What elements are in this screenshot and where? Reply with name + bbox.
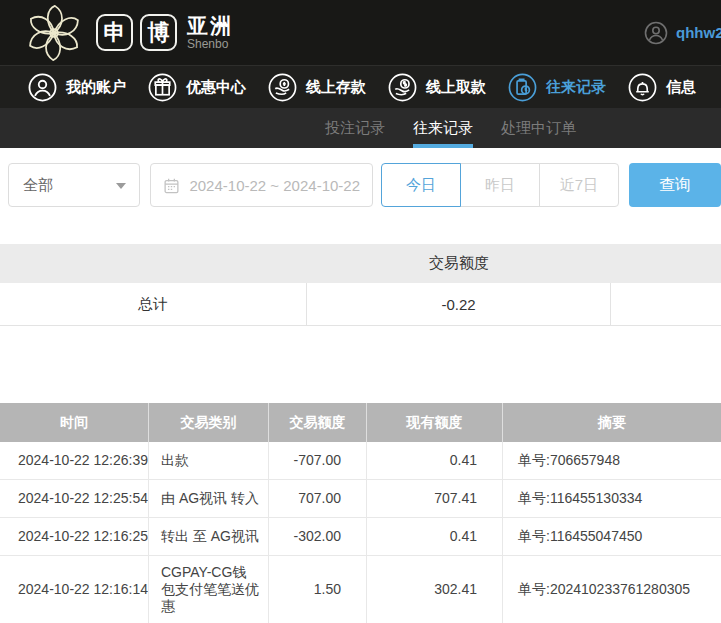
cell-note: 单号:116455047450 — [502, 518, 721, 555]
summary-total-value: -0.22 — [307, 283, 611, 325]
logo-region-text: 亚洲 — [187, 15, 233, 37]
col-header-balance: 现有额度 — [366, 403, 502, 442]
user-account-button[interactable]: qhhw2 — [644, 0, 721, 65]
col-header-amount: 交易额度 — [268, 403, 366, 442]
top-header: 申 博 亚洲 Shenbo qhhw2 — [0, 0, 721, 65]
nav-item-my-account[interactable]: 我的账户 — [28, 73, 126, 102]
withdraw-hand-icon — [388, 73, 417, 102]
cell-amount: 1.50 — [268, 556, 366, 623]
summary-header-label: 交易额度 — [307, 254, 611, 273]
summary-total-label: 总计 — [0, 283, 307, 325]
filter-bar: 全部 2024-10-22 ~ 2024-10-22 今日 昨日 近7日 查询 — [0, 148, 721, 208]
col-header-time: 时间 — [0, 403, 148, 442]
summary-table: 交易额度 总计 -0.22 — [0, 244, 721, 326]
brand-logo: 申 博 亚洲 Shenbo — [26, 5, 233, 61]
logo-brand-en: Shenbo — [187, 37, 233, 51]
summary-header-row: 交易额度 — [0, 244, 721, 283]
cell-time: 2024-10-22 12:26:39 — [0, 442, 148, 479]
table-row: 2024-10-22 12:26:39 出款 -707.00 0.41 单号:7… — [0, 442, 721, 480]
table-row: 2024-10-22 12:16:25 转出 至 AG视讯 -302.00 0.… — [0, 518, 721, 556]
cell-note: 单号:116455130334 — [502, 480, 721, 517]
cell-balance: 302.41 — [366, 556, 502, 623]
cell-amount: 707.00 — [268, 480, 366, 517]
query-button[interactable]: 查询 — [629, 163, 721, 207]
summary-total-row: 总计 -0.22 — [0, 283, 721, 326]
deposit-hand-icon — [268, 73, 297, 102]
nav-item-transaction-records[interactable]: 往来记录 — [508, 73, 606, 102]
logo-char-shen: 申 — [96, 14, 133, 51]
cell-balance: 0.41 — [366, 442, 502, 479]
table-header-row: 时间 交易类别 交易额度 现有额度 摘要 — [0, 403, 721, 442]
nav-label: 我的账户 — [66, 78, 126, 97]
nav-label: 线上取款 — [426, 78, 486, 97]
cell-note: 单号:706657948 — [502, 442, 721, 479]
nav-item-messages[interactable]: 信息 — [628, 73, 696, 102]
col-header-type: 交易类别 — [148, 403, 268, 442]
table-row: 2024-10-22 12:25:54 由 AG视讯 转入 707.00 707… — [0, 480, 721, 518]
nav-item-withdraw[interactable]: 线上取款 — [388, 73, 486, 102]
sub-nav: 投注记录 往来记录 处理中订单 — [0, 108, 721, 148]
nav-item-promotions[interactable]: 优惠中心 — [148, 73, 246, 102]
date-range-input[interactable]: 2024-10-22 ~ 2024-10-22 — [150, 163, 373, 207]
cell-note: 单号:202410233761280305 — [502, 556, 721, 623]
cell-type: 由 AG视讯 转入 — [148, 480, 268, 517]
records-clipboard-icon — [508, 73, 537, 102]
last7days-button[interactable]: 近7日 — [539, 163, 619, 207]
cell-amount: -707.00 — [268, 442, 366, 479]
cell-time: 2024-10-22 12:16:25 — [0, 518, 148, 555]
cell-type: 出款 — [148, 442, 268, 479]
cell-time: 2024-10-22 12:25:54 — [0, 480, 148, 517]
flower-logo-icon — [26, 5, 82, 61]
records-table: 时间 交易类别 交易额度 现有额度 摘要 2024-10-22 12:26:39… — [0, 403, 721, 623]
yesterday-button[interactable]: 昨日 — [460, 163, 540, 207]
tab-transaction-records[interactable]: 往来记录 — [413, 108, 473, 148]
promo-gift-icon — [148, 73, 177, 102]
nav-label: 信息 — [666, 78, 696, 97]
nav-label: 优惠中心 — [186, 78, 246, 97]
logo-char-bo: 博 — [140, 14, 177, 51]
calendar-icon — [163, 177, 180, 194]
type-select-value: 全部 — [23, 176, 53, 195]
nav-item-deposit[interactable]: 线上存款 — [268, 73, 366, 102]
account-icon — [28, 73, 57, 102]
bell-icon — [628, 73, 657, 102]
main-nav: 我的账户 优惠中心 线上存款 线上取款 — [0, 65, 721, 108]
tab-processing-orders[interactable]: 处理中订单 — [501, 108, 576, 148]
quick-date-group: 今日 昨日 近7日 — [381, 163, 619, 207]
col-header-note: 摘要 — [502, 403, 721, 442]
cell-time: 2024-10-22 12:16:14 — [0, 556, 148, 623]
cell-type: CGPAY-CG钱包支付笔笔送优惠 — [148, 556, 268, 623]
cell-type: 转出 至 AG视讯 — [148, 518, 268, 555]
nav-label: 往来记录 — [546, 78, 606, 97]
cell-balance: 707.41 — [366, 480, 502, 517]
cell-amount: -302.00 — [268, 518, 366, 555]
nav-label: 线上存款 — [306, 78, 366, 97]
tab-betting-records[interactable]: 投注记录 — [325, 108, 385, 148]
summary-empty-cell — [611, 283, 721, 325]
date-range-value: 2024-10-22 ~ 2024-10-22 — [189, 177, 360, 194]
type-select[interactable]: 全部 — [8, 163, 140, 207]
today-button[interactable]: 今日 — [381, 163, 461, 207]
table-row: 2024-10-22 12:16:14 CGPAY-CG钱包支付笔笔送优惠 1.… — [0, 556, 721, 623]
cell-balance: 0.41 — [366, 518, 502, 555]
chevron-down-icon — [116, 183, 126, 189]
user-avatar-icon — [644, 21, 668, 45]
username-text: qhhw2 — [676, 24, 721, 41]
